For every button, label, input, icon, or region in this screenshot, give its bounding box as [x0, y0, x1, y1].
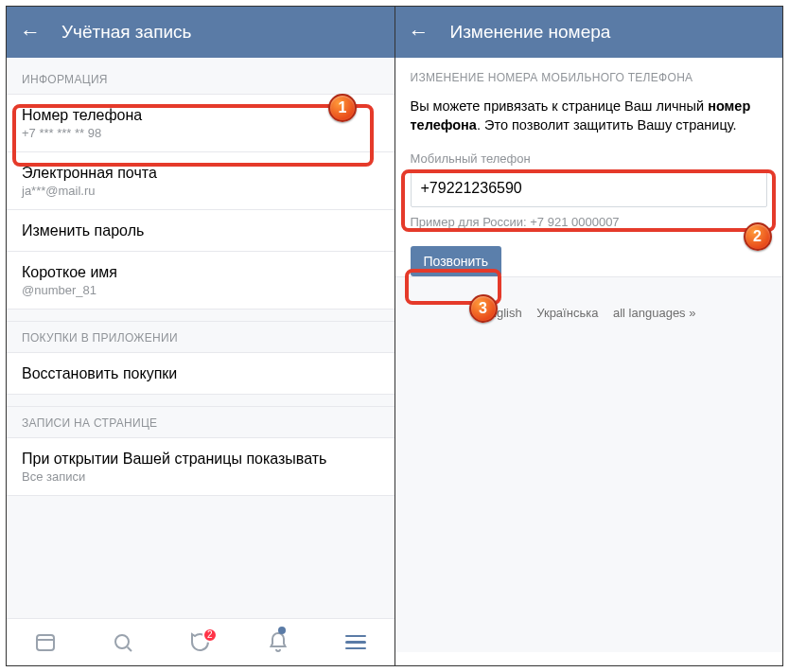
appbar: ← Учётная запись [7, 7, 394, 58]
row-shortname-label: Короткое имя [22, 264, 379, 281]
field-label: Мобильный телефон [411, 151, 768, 166]
row-phone[interactable]: Номер телефона +7 *** *** ** 98 [7, 94, 394, 152]
row-wall-label: При открытии Вашей страницы показывать [22, 451, 379, 468]
field-hint: Пример для России: +7 921 0000007 [411, 215, 768, 229]
row-shortname[interactable]: Короткое имя @number_81 [7, 252, 394, 309]
row-password[interactable]: Изменить пароль [7, 210, 394, 252]
appbar-title: Изменение номера [450, 22, 611, 43]
back-icon[interactable]: ← [20, 22, 41, 43]
row-phone-value: +7 *** *** ** 98 [22, 126, 379, 140]
lang-ukrainian[interactable]: Українська [536, 306, 598, 320]
language-bar: English Українська all languages » [395, 276, 783, 652]
row-restore-label: Восстановить покупки [22, 365, 379, 382]
row-restore[interactable]: Восстановить покупки [7, 352, 394, 394]
row-email[interactable]: Электронная почта ja***@mail.ru [7, 152, 394, 210]
lang-english[interactable]: English [482, 306, 522, 320]
svg-rect-0 [37, 635, 54, 650]
nav-messages-icon[interactable]: 2 [189, 631, 212, 654]
nav-notifications-icon[interactable] [267, 631, 289, 654]
nav-search-icon[interactable] [112, 631, 134, 654]
screen-change-number: ← Изменение номера ИЗМЕНЕНИЕ НОМЕРА МОБИ… [395, 7, 783, 665]
row-email-value: ja***@mail.ru [22, 184, 379, 198]
phone-input[interactable] [411, 169, 768, 207]
nav-feed-icon[interactable] [34, 631, 57, 654]
subtitle: ИЗМЕНЕНИЕ НОМЕРА МОБИЛЬНОГО ТЕЛЕФОНА [411, 71, 768, 84]
section-header-purchases: ПОКУПКИ В ПРИЛОЖЕНИИ [7, 322, 394, 352]
call-button[interactable]: Позвонить [411, 246, 501, 276]
nav-menu-icon[interactable] [344, 631, 367, 654]
row-phone-label: Номер телефона [22, 107, 379, 124]
appbar: ← Изменение номера [395, 7, 783, 58]
description: Вы можете привязать к странице Ваш личны… [411, 97, 768, 134]
section-header-info: ИНФОРМАЦИЯ [7, 58, 394, 94]
back-icon[interactable]: ← [409, 22, 430, 43]
row-email-label: Электронная почта [22, 165, 379, 182]
row-wall-value: Все записи [22, 469, 379, 484]
section-header-wall: ЗАПИСИ НА СТРАНИЦЕ [7, 407, 394, 437]
bottom-nav: 2 [7, 618, 394, 665]
row-password-label: Изменить пароль [22, 222, 379, 239]
lang-all[interactable]: all languages » [613, 306, 695, 320]
screen-account: ← Учётная запись ИНФОРМАЦИЯ Номер телефо… [7, 7, 395, 665]
row-shortname-value: @number_81 [22, 283, 379, 297]
notifications-dot [278, 627, 286, 634]
appbar-title: Учётная запись [61, 22, 191, 43]
messages-badge: 2 [202, 628, 218, 643]
svg-point-1 [115, 635, 129, 648]
row-wall[interactable]: При открытии Вашей страницы показывать В… [7, 437, 394, 496]
